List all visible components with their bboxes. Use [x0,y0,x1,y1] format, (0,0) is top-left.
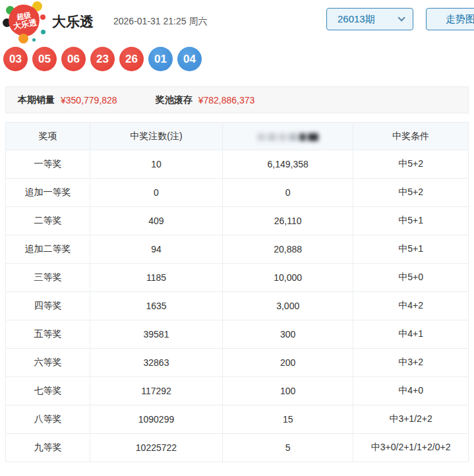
winner-count-cell: 1090299 [90,405,222,434]
page-header: 超级 大乐透 大乐透 2026-01-31 21:25 周六 26013期 走势… [0,0,474,42]
prize-amount-cell: 6,149,358 [223,150,353,179]
award-name-cell: 一等奖 [6,150,90,179]
sales-info-bar: 本期销量 ¥350,779,828 奖池滚存 ¥782,886,373 [5,86,469,113]
logo-dot-teal-tiny [32,38,36,42]
win-condition-cell: 中4+1 [353,320,469,349]
prize-amount-cell: 3,000 [223,292,353,320]
prize-table-row: 一等奖106,149,358中5+2 [6,150,469,179]
prize-table-row: 四等奖16353,000中4+2 [6,292,469,320]
award-name-cell: 二等奖 [6,207,90,235]
award-name-cell: 三等奖 [6,264,90,292]
lottery-results-page: { "header": { "logo_line1": "超级", "logo_… [0,0,474,476]
prize-pool-group: 奖池滚存 ¥782,886,373 [156,94,255,106]
prize-amount-cell: 10,000 [223,264,353,292]
front-ball: 03 [3,47,28,71]
prize-amount-cell: 200 [223,349,353,377]
prize-table-row: 追加一等奖00中5+2 [6,179,469,207]
award-name-cell: 五等奖 [6,320,90,349]
win-condition-cell: 中3+2 [353,349,469,377]
trend-chart-button[interactable]: 走势图 [426,8,474,30]
award-name-cell: 追加一等奖 [6,179,90,207]
pool-value: ¥782,886,373 [198,95,255,105]
prize-table-row: 九等奖102257225中3+0/2+1/1+2/0+2 [6,434,469,462]
winner-count-cell: 409 [90,207,222,235]
prize-table-header-row: 奖项 中奖注数(注) 中奖条件 [6,123,469,150]
page-title: 大乐透 [52,13,94,31]
award-name-cell: 追加二等奖 [6,235,90,264]
prize-table: 奖项 中奖注数(注) 中奖条件 一等奖106,149,358中5+2追加一等奖0… [5,122,469,462]
prize-table-row: 八等奖109029915中3+1/2+2 [6,405,469,434]
winner-count-cell: 39581 [90,320,222,349]
prize-amount-cell: 15 [223,405,353,434]
column-header-win-condition: 中奖条件 [353,123,469,150]
win-condition-cell: 中5+2 [353,179,469,207]
logo-dot-red-small [40,15,45,20]
prize-table-row: 二等奖40926,110中5+1 [6,207,469,235]
win-condition-cell: 中3+1/2+2 [353,405,469,434]
column-header-award: 奖项 [6,123,90,150]
award-name-cell: 六等奖 [6,349,90,377]
trend-chart-button-label: 走势图 [446,13,474,26]
winner-count-cell: 32863 [90,349,222,377]
front-ball: 05 [32,47,57,71]
winner-count-cell: 10225722 [90,434,222,462]
front-ball: 23 [90,47,115,71]
win-condition-cell: 中5+2 [353,150,469,179]
win-condition-cell: 中3+0/2+1/1+2/0+2 [353,434,469,462]
column-header-winner-count: 中奖注数(注) [90,123,222,150]
prize-amount-cell: 26,110 [223,207,353,235]
prize-table-row: 三等奖118510,000中5+0 [6,264,469,292]
winner-count-cell: 1635 [90,292,222,320]
prize-amount-cell: 100 [223,377,353,405]
award-name-cell: 九等奖 [6,434,90,462]
logo-text-line2: 大乐透 [12,18,37,31]
redacted-blur-bar [257,133,318,141]
prize-amount-cell: 0 [223,179,353,207]
prize-amount-cell: 300 [223,320,353,349]
draw-datetime: 2026-01-31 21:25 周六 [113,16,207,28]
winner-count-cell: 117292 [90,377,222,405]
win-condition-cell: 中5+1 [353,235,469,264]
award-name-cell: 四等奖 [6,292,90,320]
issue-dropdown[interactable]: 26013期 [326,8,413,30]
prize-table-row: 追加二等奖9420,888中5+1 [6,235,469,264]
prize-amount-cell: 5 [223,434,353,462]
super-lotto-logo-icon: 超级 大乐透 [3,1,45,43]
prize-table-row: 五等奖39581300中4+1 [6,320,469,349]
pool-label: 奖池滚存 [156,94,193,106]
win-condition-cell: 中5+0 [353,264,469,292]
win-condition-cell: 中4+2 [353,292,469,320]
winner-count-cell: 94 [90,235,222,264]
sales-value: ¥350,779,828 [61,95,117,105]
sales-label: 本期销量 [18,94,55,106]
winning-numbers-row: 03050623260104 [3,47,202,71]
winner-count-cell: 1185 [90,264,222,292]
prize-amount-cell: 20,888 [223,235,353,264]
back-ball: 01 [148,47,173,71]
chevron-down-icon [398,14,405,21]
back-ball: 04 [177,47,202,71]
issue-dropdown-value: 26013期 [338,13,375,26]
winner-count-cell: 10 [90,150,222,179]
winner-count-cell: 0 [90,179,222,207]
prize-table-row: 七等奖117292100中4+0 [6,377,469,405]
column-header-prize-redacted [223,123,353,150]
front-ball: 26 [119,47,144,71]
logo-dot-orange [18,34,28,44]
win-condition-cell: 中5+1 [353,207,469,235]
front-ball: 06 [61,47,86,71]
award-name-cell: 七等奖 [6,377,90,405]
prize-table-row: 六等奖32863200中3+2 [6,349,469,377]
win-condition-cell: 中4+0 [353,377,469,405]
current-sales-group: 本期销量 ¥350,779,828 [18,94,117,106]
award-name-cell: 八等奖 [6,405,90,434]
logo-dot-teal-small [41,30,45,34]
